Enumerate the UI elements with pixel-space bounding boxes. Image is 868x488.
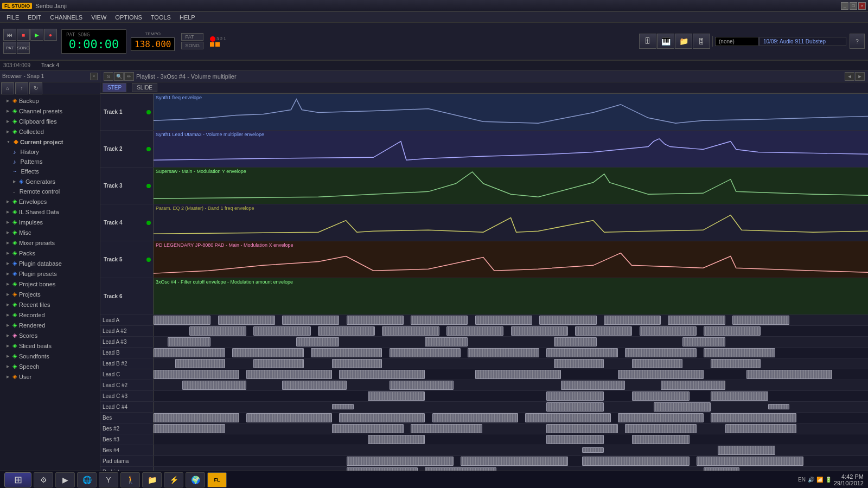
- pattern-block[interactable]: [282, 381, 347, 390]
- transport-record-btn[interactable]: ●: [44, 29, 57, 41]
- pattern-block[interactable]: [546, 424, 618, 433]
- piano-track-content-pad-utama[interactable]: [154, 456, 868, 466]
- sidebar-item-generators[interactable]: ◈ Generators: [0, 176, 100, 187]
- sidebar-item-recorded[interactable]: ◈ Recorded: [0, 310, 100, 320]
- piano-track-content-bes2[interactable]: [154, 423, 868, 434]
- pattern-block[interactable]: [546, 391, 603, 401]
- channel-btn[interactable]: 🎛: [693, 34, 710, 49]
- pattern-block[interactable]: [411, 424, 482, 433]
- sidebar-item-packs[interactable]: ◈ Packs: [0, 248, 100, 258]
- pattern-block[interactable]: [182, 381, 247, 390]
- piano-track-content-bes3[interactable]: [154, 434, 868, 445]
- piano-track-content-lead-c[interactable]: [154, 369, 868, 380]
- sidebar-item-plugin-presets[interactable]: ◈ Plugin presets: [0, 268, 100, 279]
- taskbar-yahoo[interactable]: Y: [99, 472, 118, 487]
- pattern-block[interactable]: [475, 370, 561, 379]
- envelope-canvas-5[interactable]: PD LEGENDARY JP-8080 PAD - Main - Modula…: [154, 241, 868, 278]
- pattern-block[interactable]: [539, 316, 596, 325]
- pattern-block[interactable]: [154, 370, 239, 379]
- pattern-block[interactable]: [246, 370, 332, 379]
- pattern-block[interactable]: [546, 348, 618, 357]
- pattern-block[interactable]: [339, 413, 425, 422]
- taskbar-steam[interactable]: ⚙: [34, 472, 53, 487]
- transport-loop-btn[interactable]: PAT: [3, 42, 16, 54]
- pattern-block[interactable]: [446, 326, 503, 336]
- pl-snap-btn[interactable]: S: [104, 72, 113, 81]
- pattern-block[interactable]: [618, 413, 704, 422]
- pattern-block[interactable]: [632, 359, 682, 368]
- pattern-block[interactable]: [625, 424, 697, 433]
- pattern-block[interactable]: [368, 391, 425, 401]
- transport-prev-btn[interactable]: ⏮: [3, 29, 16, 41]
- pattern-block[interactable]: [704, 326, 761, 336]
- menu-help[interactable]: HELP: [175, 13, 200, 22]
- pattern-block[interactable]: [154, 348, 225, 357]
- pattern-block[interactable]: [582, 457, 690, 466]
- pattern-block[interactable]: [625, 348, 697, 357]
- pattern-block[interactable]: [511, 326, 568, 336]
- pattern-block[interactable]: [582, 447, 604, 453]
- sidebar-item-misc[interactable]: ◈ Misc: [0, 227, 100, 237]
- envelope-canvas-1[interactable]: Synth1 freq envelope: [154, 94, 868, 130]
- pattern-block[interactable]: [175, 359, 225, 368]
- piano-track-content-lead-b2[interactable]: [154, 358, 868, 369]
- pattern-block[interactable]: [253, 359, 303, 368]
- pattern-block[interactable]: [711, 391, 768, 401]
- pattern-block[interactable]: [718, 446, 775, 455]
- pattern-block[interactable]: [332, 424, 404, 433]
- menu-options[interactable]: OPTIONS: [111, 13, 146, 22]
- pattern-block[interactable]: [546, 435, 603, 444]
- sidebar-item-effects[interactable]: ~ Effects: [0, 166, 100, 176]
- piano-btn[interactable]: 🎹: [657, 34, 674, 49]
- pattern-block[interactable]: [332, 359, 382, 368]
- pattern-block[interactable]: [425, 337, 468, 346]
- pattern-block[interactable]: [546, 402, 603, 412]
- volume-icon[interactable]: 🔊: [808, 477, 814, 483]
- sidebar-item-project-bones[interactable]: ◈ Project bones: [0, 279, 100, 289]
- pattern-btn[interactable]: PAT: [181, 33, 203, 41]
- pattern-block[interactable]: [468, 348, 539, 357]
- transport-stop-btn[interactable]: ■: [17, 29, 30, 41]
- envelope-canvas-6[interactable]: 3xOsc #4 - Filter cutoff envelope - Modu…: [154, 278, 868, 314]
- song-btn[interactable]: SONG: [181, 42, 203, 49]
- pattern-block[interactable]: [554, 359, 604, 368]
- pattern-block[interactable]: [732, 316, 789, 325]
- sidebar-item-impulses[interactable]: ◈ Impulses: [0, 217, 100, 227]
- instrument-display[interactable]: (none): [715, 37, 758, 46]
- sidebar-item-history[interactable]: ♪ History: [0, 147, 100, 157]
- piano-track-content-lead-a2[interactable]: [154, 326, 868, 336]
- sidebar-item-speech[interactable]: ◈ Speech: [0, 361, 100, 371]
- pattern-block[interactable]: [246, 413, 332, 422]
- pattern-block[interactable]: [654, 402, 711, 412]
- pattern-block[interactable]: [311, 348, 382, 357]
- slide-btn[interactable]: SLIDE: [132, 83, 157, 92]
- piano-track-content-lead-c3[interactable]: [154, 391, 868, 401]
- pattern-block[interactable]: [282, 316, 339, 325]
- sidebar-item-current-project[interactable]: ◈ Current project: [0, 137, 100, 147]
- taskbar-flash[interactable]: ⚡: [164, 472, 183, 487]
- pattern-block[interactable]: [768, 404, 790, 409]
- pattern-block[interactable]: [525, 413, 611, 422]
- taskbar-fl[interactable]: FL: [207, 472, 227, 487]
- pattern-block[interactable]: [318, 326, 375, 336]
- sidebar-item-remote-control[interactable]: - Remote control: [0, 187, 100, 196]
- pattern-block[interactable]: [668, 316, 725, 325]
- sidebar-home-btn[interactable]: ⌂: [1, 82, 14, 94]
- pl-expand-btn[interactable]: ►: [855, 72, 865, 81]
- pattern-block[interactable]: [382, 326, 439, 336]
- pattern-block[interactable]: [154, 424, 225, 433]
- pl-draw-btn[interactable]: ✏: [124, 72, 134, 81]
- piano-track-content-lead-c2[interactable]: [154, 380, 868, 390]
- sidebar-item-projects[interactable]: ◈ Projects: [0, 289, 100, 299]
- pattern-block[interactable]: [618, 370, 704, 379]
- piano-track-content-lead-a[interactable]: [154, 315, 868, 325]
- taskbar-321[interactable]: ▶: [55, 472, 75, 487]
- pl-collapse-btn[interactable]: ◄: [845, 72, 854, 81]
- piano-track-content-bes[interactable]: [154, 413, 868, 423]
- pattern-block[interactable]: [368, 435, 425, 444]
- sidebar-item-backup[interactable]: ◈ Backup: [0, 95, 100, 106]
- piano-track-content-lead-a3[interactable]: [154, 337, 868, 347]
- pattern-block[interactable]: [704, 348, 775, 357]
- envelope-canvas-4[interactable]: Param. EQ 2 (Master) - Band 1 freq envel…: [154, 204, 868, 241]
- envelope-canvas-3[interactable]: Supersaw - Main - Modulation Y envelope: [154, 168, 868, 204]
